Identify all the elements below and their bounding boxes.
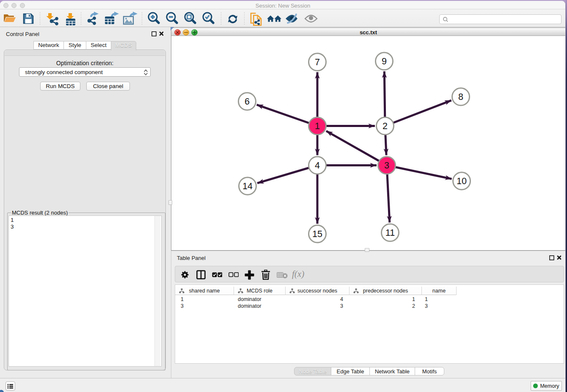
svg-text:6: 6 xyxy=(245,97,250,107)
svg-text:8: 8 xyxy=(458,92,463,102)
svg-text:11: 11 xyxy=(385,228,395,238)
svg-text:3: 3 xyxy=(384,160,389,171)
svg-text:14: 14 xyxy=(242,181,253,191)
svg-text:15: 15 xyxy=(312,229,322,239)
svg-text:7: 7 xyxy=(315,57,320,67)
svg-text:9: 9 xyxy=(382,56,387,66)
svg-text:10: 10 xyxy=(457,176,467,186)
svg-text:4: 4 xyxy=(315,160,320,171)
svg-text:2: 2 xyxy=(383,121,388,131)
svg-text:1: 1 xyxy=(315,121,320,131)
